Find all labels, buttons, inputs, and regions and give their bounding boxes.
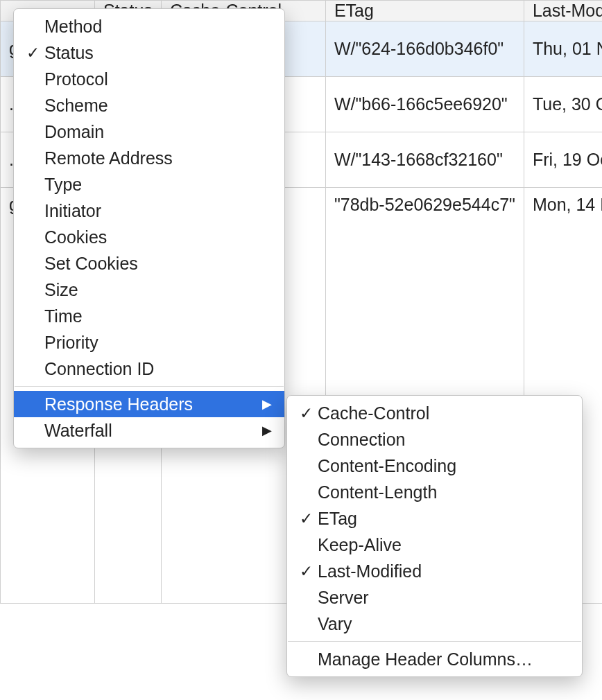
menu-item-waterfall[interactable]: Waterfall▶ [14,417,284,444]
menu-item-label: Method [44,17,257,37]
menu-item-label: Last-Modified [318,561,569,581]
menu-item-label: Content-Length [318,482,569,502]
menu-item-label: Response Headers [44,394,257,414]
menu-item-initiator[interactable]: Initiator [14,198,284,224]
check-icon: ✓ [300,562,318,581]
menu-item-manage-header-columns[interactable]: Manage Header Columns… [287,646,582,672]
col-header-lastmod[interactable]: Last-Mod [524,1,602,21]
menu-item-connection[interactable]: Connection [287,426,582,453]
menu-item-label: Cookies [44,227,257,247]
menu-item-content-encoding[interactable]: Content-Encoding [287,453,582,479]
menu-item-label: Scheme [44,96,257,116]
menu-item-method[interactable]: Method [14,13,284,40]
cell-etag: W/"b66-166c5ee6920" [325,77,524,132]
menu-item-label: Server [318,588,569,608]
menu-item-label: ETag [318,509,569,529]
menu-item-size[interactable]: Size [14,277,284,303]
menu-item-remote-address[interactable]: Remote Address [14,145,284,171]
column-context-menu[interactable]: Method✓StatusProtocolSchemeDomainRemote … [13,8,285,448]
menu-item-label: Domain [44,122,257,142]
menu-item-label: Waterfall [44,421,257,441]
menu-item-label: Vary [318,614,569,634]
menu-item-label: Type [44,175,257,195]
menu-item-last-modified[interactable]: ✓Last-Modified [287,558,582,584]
cell-lastmod: Fri, 19 Oc [524,132,602,188]
menu-item-label: Size [44,280,257,300]
response-headers-submenu[interactable]: ✓Cache-ControlConnectionContent-Encoding… [286,395,583,677]
chevron-right-icon: ▶ [257,396,272,412]
menu-item-connection-id[interactable]: Connection ID [14,356,284,382]
menu-item-label: Content-Encoding [318,456,569,476]
menu-item-label: Time [44,306,257,326]
menu-item-etag[interactable]: ✓ETag [287,505,582,532]
menu-item-label: Status [44,43,257,63]
menu-item-label: Manage Header Columns… [318,649,569,670]
cell-etag: W/"143-1668cf32160" [325,132,524,188]
menu-separator [288,641,581,642]
col-header-etag[interactable]: ETag [325,1,524,21]
menu-item-cache-control[interactable]: ✓Cache-Control [287,400,582,426]
menu-item-set-cookies[interactable]: Set Cookies [14,250,284,277]
check-icon: ✓ [26,44,44,62]
menu-item-type[interactable]: Type [14,171,284,198]
menu-item-label: Connection [318,430,569,450]
menu-item-time[interactable]: Time [14,303,284,329]
check-icon: ✓ [300,404,318,423]
menu-item-content-length[interactable]: Content-Length [287,479,582,505]
chevron-right-icon: ▶ [257,423,272,438]
menu-item-label: Connection ID [44,359,257,379]
menu-item-status[interactable]: ✓Status [14,40,284,66]
cell-etag: W/"624-166d0b346f0" [325,21,524,77]
cell-lastmod: Tue, 30 O [524,77,602,132]
menu-item-label: Keep-Alive [318,535,569,555]
menu-item-vary[interactable]: Vary [287,611,582,637]
menu-item-label: Cache-Control [318,403,569,423]
menu-item-scheme[interactable]: Scheme [14,92,284,119]
menu-item-label: Set Cookies [44,254,257,274]
menu-item-response-headers[interactable]: Response Headers▶ [14,391,284,417]
menu-item-keep-alive[interactable]: Keep-Alive [287,532,582,558]
menu-item-label: Initiator [44,201,257,221]
check-icon: ✓ [300,509,318,528]
menu-item-label: Priority [44,333,257,353]
menu-item-label: Protocol [44,69,257,89]
menu-item-cookies[interactable]: Cookies [14,224,284,250]
menu-separator [15,386,284,387]
menu-item-protocol[interactable]: Protocol [14,66,284,92]
menu-item-domain[interactable]: Domain [14,119,284,145]
cell-lastmod: Thu, 01 N [524,21,602,77]
menu-item-server[interactable]: Server [287,584,582,611]
menu-item-priority[interactable]: Priority [14,329,284,356]
menu-item-label: Remote Address [44,148,257,168]
